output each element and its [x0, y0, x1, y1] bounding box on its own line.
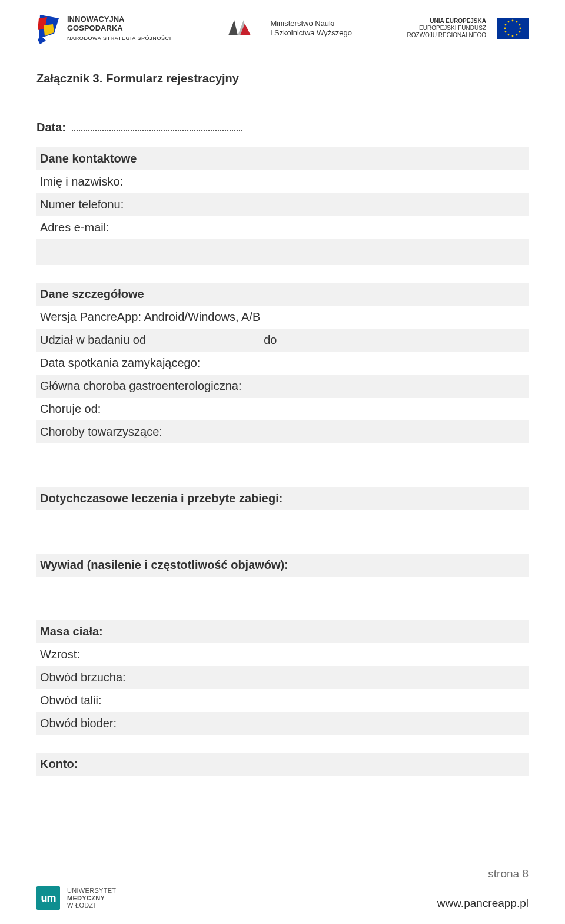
details-header: Dane szczegółowe: [36, 283, 529, 306]
ig-title-1: INNOWACYJNA: [67, 15, 171, 24]
version-field[interactable]: Wersja PancreApp: Android/Windows, A/B: [36, 306, 529, 329]
date-field-row: Data:: [36, 121, 529, 134]
um-line3: W ŁODZI: [67, 902, 116, 909]
comorbid-field[interactable]: Choroby towarzyszące:: [36, 420, 529, 443]
um-line2: MEDYCZNY: [67, 895, 116, 902]
svg-point-11: [519, 31, 521, 33]
ig-subtitle: NARODOWA STRATEGIA SPÓJNOŚCI: [67, 34, 171, 41]
belly-field[interactable]: Obwód brzucha:: [36, 666, 529, 689]
svg-marker-2: [44, 24, 54, 36]
account-table: Konto:: [36, 753, 529, 776]
svg-point-13: [512, 35, 514, 37]
contact-email-field[interactable]: Adres e-mail:: [36, 216, 529, 239]
svg-point-10: [520, 28, 521, 29]
eu-flag-icon: [497, 18, 529, 39]
contact-table: Dane kontaktowe Imię i nazwisko: Numer t…: [36, 147, 529, 265]
closing-meeting-field[interactable]: Data spotkania zamykającego:: [36, 352, 529, 375]
title-prefix: Załącznik 3.: [36, 72, 102, 85]
eu-line1: UNIA EUROPEJSKA: [407, 18, 486, 25]
logo-innowacyjna-gospodarka: INNOWACYJNA GOSPODARKA NARODOWA STRATEGI…: [36, 12, 171, 44]
anthro-table: Masa ciała: Wzrost: Obwód brzucha: Obwód…: [36, 620, 529, 735]
treatments-header: Dotychczasowe leczenia i przebyte zabieg…: [36, 487, 529, 510]
footer-url: www.pancreapp.pl: [437, 897, 529, 909]
svg-point-15: [505, 31, 507, 33]
footer-left: um UNIWERSYTET MEDYCZNY W ŁODZI: [36, 886, 116, 910]
contact-name-field[interactable]: Imię i nazwisko:: [36, 170, 529, 193]
document-title: Załącznik 3. Formularz rejestracyjny: [36, 72, 529, 85]
treatments-blank-row[interactable]: [36, 510, 529, 536]
header-logos: INNOWACYJNA GOSPODARKA NARODOWA STRATEGI…: [36, 11, 529, 46]
height-field[interactable]: Wzrost:: [36, 643, 529, 666]
mnisw-line2: i Szkolnictwa Wyższego: [270, 28, 352, 38]
svg-marker-4: [228, 20, 238, 35]
interview-table: Wywiad (nasilenie i częstotliwość objawó…: [36, 554, 529, 602]
page-number: strona 8: [437, 867, 529, 880]
study-to-label: do: [264, 333, 277, 347]
waist-field[interactable]: Obwód talii:: [36, 689, 529, 712]
svg-point-12: [516, 34, 518, 36]
svg-point-7: [512, 20, 514, 22]
main-disease-field[interactable]: Główna choroba gastroenterologiczna:: [36, 375, 529, 398]
contact-header: Dane kontaktowe: [36, 147, 529, 170]
um-logo-icon: um: [36, 886, 60, 910]
svg-point-14: [508, 34, 510, 36]
date-dotted-line[interactable]: [72, 130, 242, 131]
treatments-table: Dotychczasowe leczenia i przebyte zabieg…: [36, 487, 529, 536]
study-from-label: Udział w badaniu od: [40, 333, 146, 347]
eu-line3: ROZWOJU REGIONALNEGO: [407, 32, 486, 39]
interview-header: Wywiad (nasilenie i częstotliwość objawó…: [36, 554, 529, 577]
eu-line2: EUROPEJSKI FUNDUSZ: [407, 25, 486, 32]
account-header[interactable]: Konto:: [36, 753, 529, 776]
mass-field[interactable]: Masa ciała:: [36, 620, 529, 643]
ig-flag-icon: [36, 12, 61, 44]
svg-point-16: [504, 28, 506, 29]
mnisw-icon: [226, 18, 258, 39]
um-line1: UNIWERSYTET: [67, 887, 116, 895]
details-blank-row[interactable]: [36, 443, 529, 469]
ig-title-2: GOSPODARKA: [67, 24, 171, 32]
contact-blank-row[interactable]: [36, 239, 529, 265]
svg-point-8: [516, 21, 518, 23]
hips-field[interactable]: Obwód bioder:: [36, 712, 529, 735]
date-label: Data:: [36, 121, 66, 134]
study-period-field[interactable]: Udział w badaniu od do: [36, 329, 529, 352]
sick-since-field[interactable]: Choruje od:: [36, 398, 529, 420]
logo-eu: UNIA EUROPEJSKA EUROPEJSKI FUNDUSZ ROZWO…: [407, 18, 529, 39]
footer-right: strona 8 www.pancreapp.pl: [437, 867, 529, 910]
svg-point-9: [519, 24, 521, 26]
svg-point-17: [505, 24, 507, 26]
svg-point-18: [508, 21, 510, 23]
logo-mnisw: Ministerstwo Nauki i Szkolnictwa Wyższeg…: [226, 18, 352, 39]
contact-phone-field[interactable]: Numer telefonu:: [36, 193, 529, 216]
title-name: Formularz rejestracyjny: [106, 72, 239, 85]
page-footer: um UNIWERSYTET MEDYCZNY W ŁODZI strona 8…: [36, 867, 529, 910]
mnisw-line1: Ministerstwo Nauki: [270, 19, 352, 28]
interview-blank-row[interactable]: [36, 577, 529, 602]
details-table: Dane szczegółowe Wersja PancreApp: Andro…: [36, 283, 529, 469]
